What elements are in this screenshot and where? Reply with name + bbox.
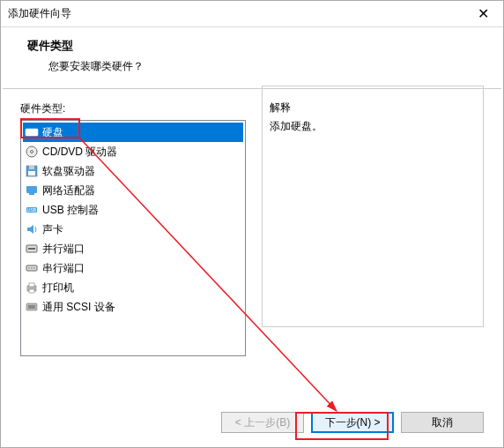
floppy-icon — [25, 164, 39, 178]
svg-point-15 — [31, 267, 33, 269]
svg-text:USB: USB — [27, 207, 37, 213]
explanation-text: 添加硬盘。 — [270, 119, 476, 134]
window-title: 添加硬件向导 — [8, 6, 71, 21]
explanation-panel: 解释 添加硬盘。 — [262, 101, 484, 356]
list-item[interactable]: 网络适配器 — [23, 181, 243, 200]
hardware-type-list[interactable]: 硬盘CD/DVD 驱动器软盘驱动器网络适配器USBUSB 控制器声卡并行端口串行… — [20, 120, 246, 356]
wizard-footer: < 上一步(B) 下一步(N) > 取消 — [20, 412, 484, 433]
svg-rect-7 — [26, 186, 37, 193]
list-item-label: 软盘驱动器 — [42, 164, 95, 179]
parallel-icon — [25, 242, 39, 256]
svg-rect-12 — [28, 248, 35, 250]
serial-icon — [25, 261, 39, 275]
list-item-label: 硬盘 — [42, 125, 63, 140]
list-item-label: 网络适配器 — [42, 183, 95, 198]
scsi-icon — [25, 300, 39, 314]
cancel-button[interactable]: 取消 — [401, 412, 484, 433]
wizard-header: 硬件类型 您要安装哪类硬件？ — [1, 27, 503, 88]
content: 硬件类型: 硬盘CD/DVD 驱动器软盘驱动器网络适配器USBUSB 控制器声卡… — [1, 89, 503, 356]
list-item-label: CD/DVD 驱动器 — [42, 145, 117, 160]
network-icon — [25, 183, 39, 198]
list-item-label: 打印机 — [42, 280, 74, 295]
list-item[interactable]: CD/DVD 驱动器 — [23, 142, 243, 161]
svg-rect-19 — [29, 289, 34, 293]
list-item-label: 串行端口 — [42, 261, 85, 276]
list-item[interactable]: 串行端口 — [23, 258, 243, 278]
list-item[interactable]: USBUSB 控制器 — [23, 200, 243, 220]
printer-icon — [25, 280, 39, 295]
svg-point-14 — [28, 267, 30, 269]
svg-rect-5 — [29, 166, 34, 169]
svg-point-16 — [33, 267, 35, 269]
harddisk-icon — [25, 125, 39, 139]
list-item[interactable]: 通用 SCSI 设备 — [23, 297, 243, 317]
svg-rect-6 — [28, 171, 35, 175]
list-item[interactable]: 声卡 — [23, 220, 243, 239]
back-button: < 上一步(B) — [221, 412, 304, 433]
hardware-type-label: 硬件类型: — [20, 101, 246, 116]
close-icon: ✕ — [478, 5, 489, 22]
explanation-label: 解释 — [270, 101, 476, 116]
usb-icon: USB — [25, 203, 39, 217]
list-item[interactable]: 打印机 — [23, 278, 243, 297]
list-item[interactable]: 软盘驱动器 — [23, 161, 243, 181]
close-button[interactable]: ✕ — [463, 1, 503, 27]
svg-rect-21 — [28, 305, 35, 309]
explanation-box: 解释 添加硬盘。 — [262, 86, 484, 327]
list-item-label: 并行端口 — [42, 242, 85, 257]
title-bar: 添加硬件向导 ✕ — [1, 1, 503, 27]
cd-icon — [25, 145, 39, 159]
list-item-label: 声卡 — [42, 222, 63, 237]
page-subtitle: 您要安装哪类硬件？ — [27, 59, 503, 74]
list-item-label: USB 控制器 — [42, 203, 99, 218]
list-item[interactable]: 并行端口 — [23, 239, 243, 258]
list-item-label: 通用 SCSI 设备 — [42, 300, 115, 315]
hardware-type-panel: 硬件类型: 硬盘CD/DVD 驱动器软盘驱动器网络适配器USBUSB 控制器声卡… — [20, 101, 246, 356]
svg-rect-8 — [29, 193, 34, 195]
sound-icon — [25, 222, 39, 236]
svg-point-3 — [31, 151, 33, 153]
svg-point-1 — [34, 131, 36, 133]
svg-rect-18 — [29, 283, 34, 287]
list-item[interactable]: 硬盘 — [23, 123, 243, 142]
page-heading: 硬件类型 — [27, 38, 503, 54]
next-button[interactable]: 下一步(N) > — [311, 412, 394, 433]
